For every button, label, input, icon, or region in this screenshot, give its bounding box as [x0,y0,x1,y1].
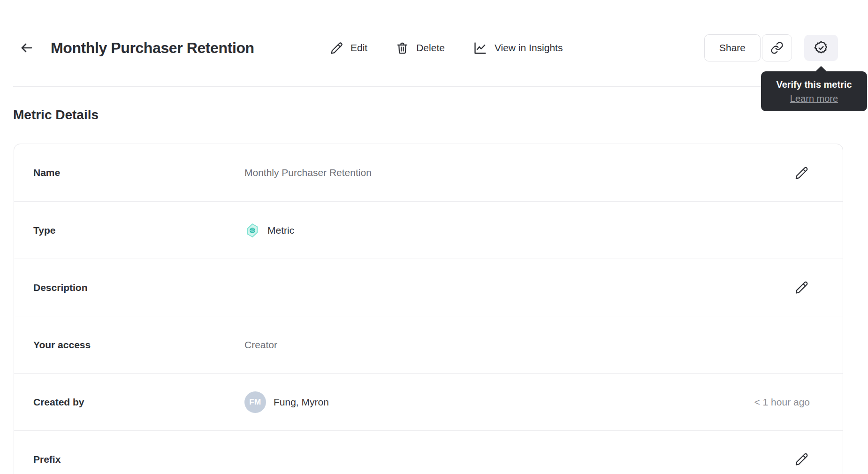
row-type-label: Type [33,225,244,236]
arrow-left-icon [19,40,34,55]
row-type: Type Metric [14,201,843,259]
main-content: Metric Details Name Monthly Purchaser Re… [0,87,868,474]
row-name-value: Monthly Purchaser Retention [244,167,372,178]
row-your-access-value: Creator [244,339,277,351]
pencil-icon [330,41,343,55]
row-description-label: Description [33,282,244,293]
back-button[interactable] [18,39,36,57]
line-chart-icon [473,41,487,55]
header-left: Monthly Purchaser Retention [18,34,254,62]
trash-icon [396,41,409,55]
creator: FM Fung, Myron [244,391,329,413]
creator-name: Fung, Myron [274,397,329,408]
row-type-value: Metric [244,222,294,238]
learn-more-link[interactable]: Learn more [790,93,838,104]
edit-button[interactable]: Edit [330,41,367,55]
row-created-by-label: Created by [33,397,244,408]
metric-details-card: Name Monthly Purchaser Retention Type [14,144,843,474]
header-right: Share [704,34,838,62]
row-your-access: Your access Creator [14,316,843,373]
section-heading: Metric Details [13,107,868,122]
edit-name-button[interactable] [793,164,810,181]
edit-prefix-button[interactable] [793,451,810,468]
row-type-value-label: Metric [267,225,294,236]
pencil-icon [794,452,809,466]
row-description: Description [14,259,843,316]
delete-button[interactable]: Delete [396,41,445,55]
row-prefix: Prefix [14,430,843,474]
tooltip-title: Verify this metric [766,79,862,90]
share-button[interactable]: Share [704,34,761,61]
view-in-insights-button[interactable]: View in Insights [473,41,563,55]
delete-button-label: Delete [416,42,445,54]
edit-description-button[interactable] [793,279,810,296]
edit-button-label: Edit [350,42,367,54]
row-name: Name Monthly Purchaser Retention [14,144,843,201]
pencil-icon [794,280,809,295]
row-name-label: Name [33,167,244,178]
view-in-insights-label: View in Insights [495,42,563,54]
page-title: Monthly Purchaser Retention [51,39,254,57]
header-actions: Edit Delete View in Insights [330,34,563,62]
row-your-access-label: Your access [33,339,244,351]
row-created-by: Created by FM Fung, Myron < 1 hour ago [14,373,843,430]
copy-link-button[interactable] [762,34,792,61]
created-timestamp: < 1 hour ago [754,397,810,408]
teal-hexagon-icon [244,222,260,238]
verify-metric-button[interactable] [804,35,838,61]
avatar: FM [244,391,266,413]
seal-check-icon [813,40,829,56]
pencil-icon [794,166,809,180]
tooltip-arrow [815,66,827,77]
header: Monthly Purchaser Retention Edit Delete [0,34,868,62]
row-prefix-label: Prefix [33,454,244,465]
verify-tooltip: Verify this metric Learn more [761,71,867,111]
chain-link-icon [770,41,784,54]
